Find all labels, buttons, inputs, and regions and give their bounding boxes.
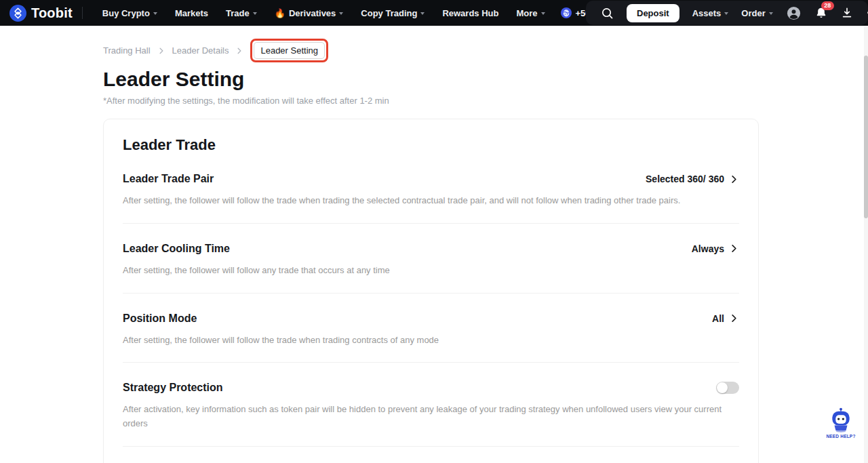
caret-down-icon (153, 12, 157, 15)
caret-down-icon (769, 12, 773, 15)
nav-item-label: Order (741, 8, 765, 18)
nav-item-more[interactable]: More (516, 8, 545, 18)
toobit-logo-icon (9, 5, 26, 22)
brand-name: Toobit (31, 5, 73, 21)
nav-item-buy-crypto[interactable]: Buy Crypto (102, 8, 157, 18)
row-title: Leader Trade Pair (123, 173, 214, 185)
row-title: Leader Cooling Time (123, 243, 230, 255)
leader-trade-pair-selector[interactable]: Selected 360/ 360 (646, 174, 739, 184)
nav-item-trade[interactable]: Trade (226, 8, 257, 18)
nav-right-cluster: Deposit Assets Order (586, 1, 868, 25)
top-nav: Toobit Buy Crypto Markets Trade 🔥 Deriva… (0, 0, 868, 26)
breadcrumb-trading-hall[interactable]: Trading Hall (103, 45, 151, 56)
caret-down-icon (420, 12, 425, 15)
search-icon[interactable] (601, 7, 614, 20)
deposit-button[interactable]: Deposit (627, 4, 679, 22)
chevron-right-icon (729, 243, 739, 254)
setting-row-leader-cooling-time: Leader Cooling Time Always After setting… (123, 224, 739, 294)
strategy-protection-toggle[interactable] (716, 382, 739, 394)
leader-cooling-time-selector[interactable]: Always (692, 243, 739, 254)
fire-icon: 🔥 (275, 9, 285, 18)
profile-avatar-icon[interactable] (786, 5, 802, 21)
nav-item-label: Derivatives (289, 8, 336, 18)
breadcrumb: Trading Hall Leader Details Leader Setti… (103, 39, 328, 62)
caret-down-icon (253, 12, 257, 15)
chevron-right-icon (235, 47, 243, 55)
nav-item-assets[interactable]: Assets (692, 8, 729, 18)
nav-item-label: Trade (226, 8, 250, 18)
setting-row-position-mode: Position Mode All After setting, the fol… (123, 294, 739, 363)
nav-item-copy-trading[interactable]: Copy Trading (361, 8, 425, 18)
scrollbar-track (864, 26, 868, 463)
breadcrumb-leader-setting[interactable]: Leader Setting (254, 42, 325, 59)
page: Toobit Buy Crypto Markets Trade 🔥 Deriva… (0, 0, 868, 463)
nav-item-order[interactable]: Order (741, 8, 772, 18)
nav-item-derivatives[interactable]: 🔥 Derivatives (275, 8, 344, 18)
page-title: Leader Setting (103, 68, 244, 91)
annotation-highlight-box: Leader Setting (250, 39, 328, 62)
scrollbar-thumb[interactable] (864, 56, 868, 218)
setting-row-leader-trade-pair: Leader Trade Pair Selected 360/ 360 Afte… (123, 154, 739, 224)
need-help-label: NEED HELP? (826, 434, 856, 439)
settings-card: Leader Trade Leader Trade Pair Selected … (103, 119, 759, 463)
position-mode-selector[interactable]: All (712, 313, 739, 324)
divider (123, 446, 739, 447)
nav-item-rewards-hub[interactable]: Rewards Hub (442, 8, 498, 18)
breadcrumb-leader-details[interactable]: Leader Details (172, 45, 229, 56)
chevron-right-icon (157, 47, 165, 55)
nav-left: Toobit Buy Crypto Markets Trade 🔥 Deriva… (0, 0, 637, 26)
row-description: After setting, the follower will follow … (123, 334, 739, 348)
notification-count-badge: 28 (821, 1, 834, 10)
row-value-text: All (712, 313, 724, 324)
caret-down-icon (724, 12, 728, 15)
row-value-text: Selected 360/ 360 (646, 174, 724, 184)
toggle-knob (717, 382, 728, 393)
nav-item-label: Assets (692, 8, 722, 18)
section-heading-leader-trade: Leader Trade (123, 136, 739, 154)
nav-divider (82, 7, 83, 19)
nav-item-markets[interactable]: Markets (175, 8, 208, 18)
row-description: After setting, the follower will follow … (123, 264, 739, 278)
need-help-widget[interactable]: NEED HELP? (826, 407, 856, 439)
support-robot-icon (828, 407, 854, 435)
row-description: After setting, the follower will follow … (123, 194, 739, 208)
row-title: Position Mode (123, 313, 197, 325)
notifications-bell-icon[interactable]: 28 (814, 6, 828, 20)
brand-logo[interactable]: Toobit (9, 5, 73, 22)
nav-item-label: Buy Crypto (102, 8, 150, 18)
chevron-right-icon (729, 313, 739, 323)
setting-row-strategy-protection: Strategy Protection After activation, ke… (123, 363, 739, 447)
page-subtitle: *After modifying the settings, the modif… (103, 96, 389, 106)
caret-down-icon (541, 12, 545, 15)
nav-item-label: Markets (175, 8, 208, 18)
row-description: After activation, key information such a… (123, 403, 739, 431)
nav-item-label: Copy Trading (361, 8, 417, 18)
chevron-right-icon (729, 174, 739, 184)
download-app-icon[interactable] (841, 7, 853, 19)
egg-bonus-icon (561, 7, 572, 18)
nav-item-label: More (516, 8, 537, 18)
row-title: Strategy Protection (123, 382, 223, 394)
caret-down-icon (339, 12, 343, 15)
row-value-text: Always (692, 243, 724, 254)
nav-item-label: Rewards Hub (442, 8, 498, 18)
